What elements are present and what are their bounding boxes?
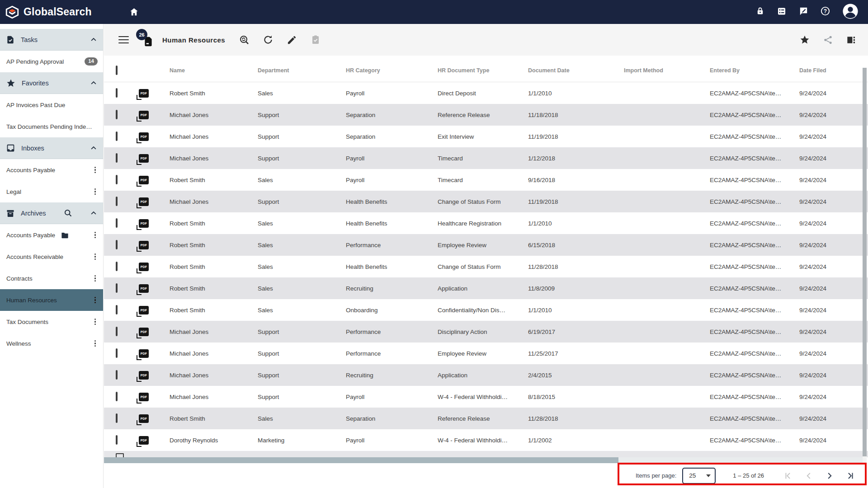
home-icon[interactable] (129, 7, 139, 17)
row-checkbox[interactable] (116, 153, 118, 163)
table-row[interactable]: PDFMichael JonesSupportPerformanceDiscip… (104, 321, 868, 343)
refine-search-icon[interactable] (239, 34, 250, 45)
chevron-up-icon[interactable] (90, 209, 98, 217)
chevron-up-icon[interactable] (90, 36, 98, 44)
pdf-file-icon[interactable]: PDF (139, 241, 149, 249)
table-row[interactable]: PDFRobert SmithSalesHealth BenefitsChang… (104, 256, 868, 277)
table-row[interactable]: PDFMichael JonesSupportSeparationExit In… (104, 126, 868, 147)
last-page-button[interactable] (840, 468, 861, 484)
table-row[interactable]: PDFRobert SmithSalesHealth BenefitsHealt… (104, 212, 868, 234)
table-row[interactable]: PDFRobert SmithSalesPayrollTimecard9/16/… (104, 169, 868, 191)
brand-logo[interactable]: GlobalSearch (5, 5, 92, 20)
pdf-file-icon[interactable]: PDF (139, 89, 149, 98)
search-icon[interactable] (63, 208, 73, 218)
pdf-file-icon[interactable]: PDF (139, 393, 149, 401)
pdf-file-icon[interactable]: PDF (139, 284, 149, 293)
sidebar-section-inboxes[interactable]: Inboxes (0, 137, 103, 159)
pdf-file-icon[interactable]: PDF (139, 328, 149, 336)
favorite-star-icon[interactable] (799, 34, 810, 45)
menu-icon[interactable] (118, 36, 129, 44)
kebab-menu-icon[interactable] (93, 296, 98, 305)
table-row[interactable]: PDFMichael JonesSupportPayrollW-4 - Fede… (104, 386, 868, 408)
sidebar-item-contracts[interactable]: Contracts (0, 267, 103, 289)
row-checkbox[interactable] (116, 327, 118, 336)
row-checkbox[interactable] (116, 240, 118, 249)
table-row[interactable]: PDFMichael JonesSupportRecruitingApplica… (104, 364, 868, 386)
column-header-date-filed[interactable]: Date Filed (799, 67, 868, 74)
column-header-department[interactable]: Department (258, 67, 346, 74)
pdf-file-icon[interactable]: PDF (139, 132, 149, 141)
kebab-menu-icon[interactable] (93, 253, 98, 261)
kebab-menu-icon[interactable] (93, 166, 98, 174)
pdf-file-icon[interactable]: PDF (139, 414, 149, 423)
kebab-menu-icon[interactable] (93, 339, 98, 348)
vertical-scrollbar[interactable] (863, 68, 867, 481)
sidebar-item-tax-documents[interactable]: Tax Documents (0, 311, 103, 333)
sidebar-item-ap-invoices-past-due[interactable]: AP Invoices Past Due (0, 94, 103, 116)
items-per-page-select[interactable]: 25 (682, 468, 716, 484)
column-header-name[interactable]: Name (170, 67, 258, 74)
column-header-document-date[interactable]: Document Date (528, 67, 624, 74)
column-header-import-method[interactable]: Import Method (624, 67, 710, 74)
sidebar-section-tasks[interactable]: Tasks (0, 29, 103, 51)
sidebar-item-accounts-payable[interactable]: Accounts Payable (0, 224, 103, 246)
pdf-file-icon[interactable]: PDF (139, 306, 149, 314)
share-icon[interactable] (823, 35, 833, 45)
sidebar-item-human-resources[interactable]: Human Resources (0, 289, 103, 311)
chevron-up-icon[interactable] (90, 79, 98, 87)
pdf-file-icon[interactable]: PDF (139, 263, 149, 271)
sidebar-item-tax-documents-pending-inde[interactable]: Tax Documents Pending Inde… (0, 116, 103, 137)
row-checkbox[interactable] (116, 197, 118, 206)
pdf-file-icon[interactable]: PDF (139, 371, 149, 380)
vertical-scrollbar-thumb[interactable] (863, 68, 867, 456)
pdf-file-icon[interactable]: PDF (139, 219, 149, 228)
sidebar-item-accounts-receivable[interactable]: Accounts Receivable (0, 246, 103, 267)
layout-icon[interactable] (846, 35, 856, 45)
next-page-button[interactable] (819, 468, 840, 484)
select-all-checkbox[interactable] (116, 66, 118, 75)
sidebar-item-ap-pending-approval[interactable]: AP Pending Approval14 (0, 51, 103, 72)
lock-icon[interactable] (755, 6, 765, 18)
row-checkbox[interactable] (116, 175, 118, 184)
row-checkbox[interactable] (116, 370, 118, 380)
chevron-up-icon[interactable] (90, 144, 98, 152)
avatar[interactable] (842, 3, 859, 22)
sidebar-section-archives[interactable]: Archives (0, 202, 103, 224)
table-row[interactable]: PDFDorothy ReynoldsMarketingPayrollW-4 -… (104, 429, 868, 451)
horizontal-scrollbar-thumb[interactable] (104, 457, 618, 463)
row-checkbox[interactable] (116, 88, 118, 98)
row-checkbox[interactable] (116, 435, 118, 445)
pdf-file-icon[interactable]: PDF (139, 111, 149, 119)
kebab-menu-icon[interactable] (93, 274, 98, 283)
column-header-entered-by[interactable]: Entered By (710, 67, 799, 74)
pdf-file-icon[interactable]: PDF (139, 197, 149, 206)
kebab-menu-icon[interactable] (93, 318, 98, 326)
table-row[interactable]: PDFRobert SmithSalesRecruitingApplicatio… (104, 277, 868, 299)
sidebar-item-accounts-payable[interactable]: Accounts Payable (0, 159, 103, 181)
horizontal-scrollbar[interactable] (104, 457, 863, 463)
column-header-hr-document-type[interactable]: HR Document Type (438, 67, 528, 74)
sidebar-section-favorites[interactable]: Favorites (0, 72, 103, 94)
pdf-file-icon[interactable]: PDF (139, 436, 149, 445)
app-switcher-icon[interactable] (776, 6, 787, 19)
table-row[interactable]: PDFRobert SmithSalesPerformanceEmployee … (104, 234, 868, 256)
pdf-file-icon[interactable]: PDF (139, 176, 149, 184)
column-header-hr-category[interactable]: HR Category (346, 67, 438, 74)
sidebar-item-wellness[interactable]: Wellness (0, 333, 103, 354)
row-checkbox[interactable] (116, 262, 118, 271)
row-checkbox[interactable] (116, 348, 118, 358)
row-checkbox[interactable] (116, 392, 118, 401)
row-checkbox[interactable] (116, 283, 118, 293)
row-checkbox[interactable] (116, 131, 118, 141)
row-checkbox[interactable] (116, 305, 118, 314)
table-row[interactable]: PDFMichael JonesSupportPayrollTimecard1/… (104, 147, 868, 169)
pdf-file-icon[interactable]: PDF (139, 154, 149, 163)
table-row[interactable]: PDFRobert SmithSalesOnboardingConfidenti… (104, 299, 868, 321)
sidebar-item-legal[interactable]: Legal (0, 181, 103, 202)
kebab-menu-icon[interactable] (93, 231, 98, 239)
pdf-file-icon[interactable]: PDF (139, 349, 149, 358)
refresh-icon[interactable] (263, 34, 274, 45)
edit-icon[interactable] (287, 35, 297, 45)
table-row[interactable]: PDFMichael JonesSupportPerformanceEmploy… (104, 343, 868, 364)
table-row[interactable]: PDFMichael JonesSupportHealth BenefitsCh… (104, 191, 868, 212)
